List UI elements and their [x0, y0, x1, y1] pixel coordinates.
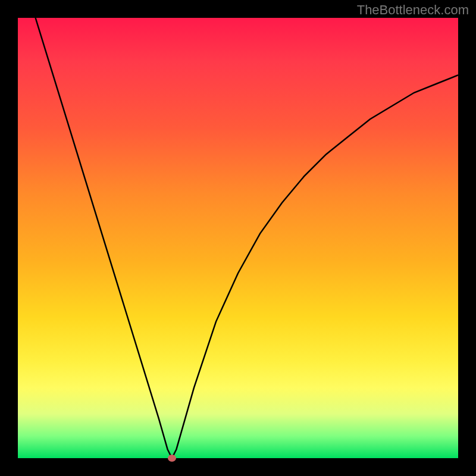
watermark-text: TheBottleneck.com: [357, 2, 469, 18]
chart-plot-area: [18, 18, 458, 458]
optimal-point-marker: [168, 455, 176, 462]
bottleneck-curve: [18, 18, 458, 458]
